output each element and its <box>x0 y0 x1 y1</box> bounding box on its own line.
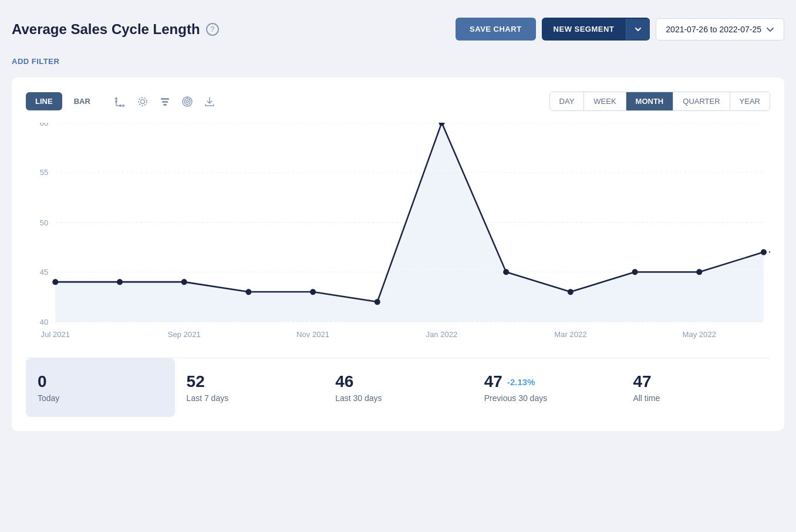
chart-area: 60 55 50 45 40 <box>26 123 770 346</box>
page-container: Average Sales Cycle Length ? SAVE CHART … <box>12 12 784 431</box>
stat-last30-label: Last 30 days <box>335 393 382 403</box>
date-range-text: 2021-07-26 to 2022-07-25 <box>666 25 761 34</box>
svg-point-3 <box>119 105 122 107</box>
day-period-button[interactable]: DAY <box>550 92 585 110</box>
svg-point-33 <box>245 289 251 295</box>
svg-text:45: 45 <box>40 268 49 277</box>
svg-point-39 <box>632 269 638 275</box>
line-chart-svg: 60 55 50 45 40 <box>26 123 770 346</box>
stat-prev30: 47 -2.13% Previous 30 days <box>473 358 622 417</box>
svg-rect-12 <box>163 104 167 106</box>
new-segment-label: NEW SEGMENT <box>542 18 626 41</box>
new-segment-chevron-icon[interactable] <box>626 19 650 40</box>
header-actions: SAVE CHART NEW SEGMENT 2021-07-26 to 202… <box>456 18 784 41</box>
stat-last30: 46 Last 30 days <box>323 358 473 417</box>
title-area: Average Sales Cycle Length ? <box>12 21 219 38</box>
stat-today-value: 0 <box>38 372 47 391</box>
quarter-period-button[interactable]: QUARTER <box>673 92 730 110</box>
svg-point-31 <box>117 279 123 285</box>
stat-alltime-label: All time <box>633 393 660 403</box>
download-icon-button[interactable] <box>203 95 216 108</box>
save-chart-button[interactable]: SAVE CHART <box>456 18 536 41</box>
stat-prev30-value: 47 -2.13% <box>484 372 535 391</box>
svg-text:Sep 2021: Sep 2021 <box>168 329 201 338</box>
stat-alltime-value: 47 <box>633 372 651 391</box>
svg-rect-10 <box>161 98 169 100</box>
svg-point-9 <box>140 99 144 103</box>
svg-point-41 <box>761 249 767 255</box>
svg-text:50: 50 <box>40 218 49 227</box>
stats-row: 0 Today 52 Last 7 days 46 Last 30 days 4… <box>26 358 770 417</box>
funnel-icon-button[interactable] <box>158 95 171 108</box>
date-range-chevron-icon <box>766 25 774 33</box>
add-filter-button[interactable]: ADD FILTER <box>12 57 59 66</box>
stat-prev30-change: -2.13% <box>507 377 535 387</box>
stat-alltime: 47 All time <box>621 358 770 417</box>
line-chart-button[interactable]: LINE <box>26 92 62 110</box>
stat-last7: 52 Last 7 days <box>175 358 324 417</box>
week-period-button[interactable]: WEEK <box>584 92 626 110</box>
svg-point-15 <box>186 100 188 103</box>
chart-type-buttons: LINE BAR <box>26 92 100 110</box>
stat-last7-label: Last 7 days <box>187 393 229 403</box>
stat-prev30-label: Previous 30 days <box>484 393 547 403</box>
bar-chart-button[interactable]: BAR <box>65 92 100 110</box>
stat-today-label: Today <box>38 393 59 403</box>
svg-text:Jul 2021: Jul 2021 <box>41 329 70 338</box>
stat-last30-value: 46 <box>335 372 353 391</box>
svg-point-38 <box>568 289 574 295</box>
svg-point-8 <box>139 97 147 106</box>
donut-chart-icon-button[interactable] <box>136 95 149 108</box>
svg-point-30 <box>52 279 58 285</box>
svg-text:40: 40 <box>40 318 49 326</box>
svg-text:60: 60 <box>40 123 49 127</box>
svg-rect-11 <box>162 101 168 103</box>
svg-point-34 <box>310 289 316 295</box>
chart-card: LINE BAR <box>12 78 784 431</box>
stat-last7-value: 52 <box>187 372 205 391</box>
date-range-button[interactable]: 2021-07-26 to 2022-07-25 <box>656 18 784 41</box>
page-header: Average Sales Cycle Length ? SAVE CHART … <box>12 12 784 46</box>
stat-today: 0 Today <box>26 358 175 417</box>
year-period-button[interactable]: YEAR <box>730 92 770 110</box>
chart-icons <box>114 95 216 108</box>
page-title: Average Sales Cycle Length <box>12 21 200 38</box>
svg-text:Nov 2021: Nov 2021 <box>296 329 329 338</box>
svg-point-2 <box>115 100 117 103</box>
axis-icon-button[interactable] <box>114 95 127 108</box>
svg-text:55: 55 <box>40 168 49 177</box>
svg-point-40 <box>696 269 702 275</box>
svg-point-32 <box>181 279 187 285</box>
new-segment-button[interactable]: NEW SEGMENT <box>542 18 650 41</box>
svg-point-37 <box>503 269 509 275</box>
month-period-button[interactable]: MONTH <box>626 92 674 110</box>
period-buttons: DAY WEEK MONTH QUARTER YEAR <box>549 92 770 111</box>
svg-text:May 2022: May 2022 <box>683 329 716 338</box>
svg-point-35 <box>375 299 380 305</box>
help-icon[interactable]: ? <box>206 23 219 36</box>
svg-text:Mar 2022: Mar 2022 <box>554 329 586 338</box>
svg-text:Jan 2022: Jan 2022 <box>426 329 458 338</box>
chart-toolbar: LINE BAR <box>26 92 770 111</box>
goal-icon-button[interactable] <box>181 95 194 108</box>
